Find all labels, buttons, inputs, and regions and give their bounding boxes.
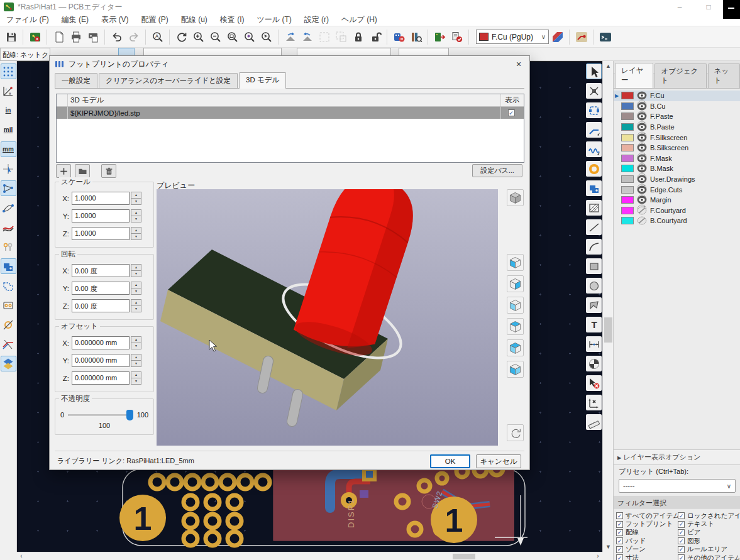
offset-input[interactable]: 0.000000 mm: [72, 336, 130, 349]
spinner-buttons[interactable]: ▲▼: [131, 354, 141, 367]
spinner-buttons[interactable]: ▲▼: [131, 282, 141, 295]
draw-polygon-tool-button[interactable]: [586, 297, 602, 313]
save-button[interactable]: [3, 28, 19, 45]
scripting-console-button[interactable]: [597, 28, 614, 45]
measure-tool-button[interactable]: [586, 414, 602, 430]
view-back-button[interactable]: [507, 318, 524, 335]
page-settings-button[interactable]: [50, 28, 67, 45]
spinner-buttons[interactable]: ▲▼: [131, 264, 141, 277]
units-mils-button[interactable]: mil: [1, 122, 16, 138]
crosshair-cursor-button[interactable]: [1, 161, 16, 177]
appearance-tab[interactable]: ネット: [708, 63, 740, 88]
layer-select-dropdown[interactable]: F.Cu (PgUp) ∨: [476, 30, 549, 44]
zoom-selection-button[interactable]: [258, 28, 275, 45]
maximize-button[interactable]: □: [702, 3, 715, 11]
menu-item[interactable]: 表示 (V): [95, 13, 135, 26]
plot-button[interactable]: [84, 28, 101, 45]
layer-row[interactable]: ▶ Margin: [614, 195, 740, 206]
dialog-close-button[interactable]: ×: [513, 58, 524, 70]
zone-outline-display-button[interactable]: [1, 278, 16, 294]
draw-zone-tool-button[interactable]: [586, 180, 602, 196]
menu-item[interactable]: 検査 (I): [214, 13, 251, 26]
layer-visibility-eye-icon[interactable]: [637, 164, 647, 173]
undo-button[interactable]: [108, 28, 125, 45]
update-footprints-button[interactable]: [390, 28, 407, 45]
spinner-buttons[interactable]: ▲▼: [131, 192, 141, 205]
spinner-buttons[interactable]: ▲▼: [131, 227, 141, 240]
polar-coordinates-button[interactable]: rθ: [1, 83, 16, 99]
minimize-button[interactable]: –: [673, 3, 686, 11]
tracks-outline-display-button[interactable]: [1, 336, 16, 352]
layer-color-swatch[interactable]: [621, 175, 634, 183]
refresh-view-button[interactable]: [173, 28, 190, 45]
spinner-buttons[interactable]: ▲▼: [131, 336, 141, 349]
ungroup-button[interactable]: [333, 28, 350, 45]
rotation-input[interactable]: 0.00 度: [72, 282, 130, 295]
layer-presentation-button[interactable]: [549, 28, 566, 45]
view-top-button[interactable]: [507, 339, 524, 356]
net-pins-visibility-button[interactable]: [1, 239, 16, 255]
units-mm-button[interactable]: mm: [1, 141, 16, 157]
filter-checkbox[interactable]: ✓テキスト: [678, 520, 739, 528]
place-text-tool-button[interactable]: T: [586, 317, 602, 332]
delete-tool-button[interactable]: [586, 375, 602, 391]
vias-outline-display-button[interactable]: [1, 317, 16, 332]
draw-line-tool-button[interactable]: [586, 219, 602, 235]
layer-row[interactable]: ▶ B.Silkscreen: [614, 143, 740, 153]
layer-row[interactable]: ▶ F.Cu: [614, 91, 740, 101]
view-front-button[interactable]: [507, 254, 524, 271]
layer-color-swatch[interactable]: [621, 186, 634, 194]
menu-item[interactable]: ヘルプ (H): [335, 13, 384, 26]
canvas-vertical-scrollbar[interactable]: ▲ ▼: [602, 61, 613, 552]
rotate-ccw-button[interactable]: [282, 28, 299, 45]
find-button[interactable]: A: [149, 28, 166, 45]
menu-item[interactable]: ファイル (F): [0, 13, 55, 26]
view-bottom-button[interactable]: [507, 361, 524, 378]
dimension-tool-button[interactable]: [586, 336, 602, 352]
ok-button[interactable]: OK: [430, 454, 470, 468]
layer-visibility-eye-icon[interactable]: [637, 123, 647, 131]
units-inches-button[interactable]: in: [1, 102, 16, 118]
rotate-cw-button[interactable]: [299, 28, 316, 45]
scale-input[interactable]: 1.0000: [72, 192, 130, 205]
layer-visibility-eye-icon[interactable]: [637, 216, 647, 225]
layer-visibility-eye-icon[interactable]: [637, 185, 647, 194]
library-browser-button[interactable]: [407, 28, 424, 45]
layer-visibility-eye-icon[interactable]: [637, 102, 647, 111]
place-via-tool-button[interactable]: [586, 161, 602, 177]
scroll-left-arrow[interactable]: ‹: [17, 552, 26, 560]
vertical-scroll-thumb[interactable]: [604, 317, 612, 343]
rule-area-tool-button[interactable]: [586, 200, 602, 216]
drc-button[interactable]: [448, 28, 465, 45]
zoom-out-button[interactable]: [207, 28, 224, 45]
zone-fill-display-button[interactable]: [1, 258, 16, 274]
menu-item[interactable]: 配線 (u): [175, 13, 214, 26]
offset-input[interactable]: 0.000000 mm: [72, 354, 130, 367]
filter-checkbox[interactable]: ✓ビア: [678, 529, 739, 537]
group-button[interactable]: [316, 28, 333, 45]
layer-row[interactable]: ▶ B.Paste: [614, 122, 740, 133]
3d-preview[interactable]: [157, 189, 498, 446]
filter-checkbox[interactable]: ✓寸法: [616, 554, 678, 560]
canvas-horizontal-scrollbar[interactable]: ‹ ›: [17, 552, 602, 560]
add-model-button[interactable]: [56, 164, 71, 178]
menu-item[interactable]: 編集 (E): [55, 13, 95, 26]
dialog-tab[interactable]: 3D モデル: [239, 72, 286, 89]
redo-button[interactable]: [125, 28, 142, 45]
delete-model-button[interactable]: [101, 164, 116, 178]
horizontal-scroll-thumb[interactable]: [453, 554, 475, 559]
layer-color-swatch[interactable]: [621, 144, 634, 151]
layer-color-swatch[interactable]: [621, 155, 634, 162]
layer-color-swatch[interactable]: [621, 207, 634, 214]
layer-row[interactable]: ▶ F.Paste: [614, 111, 740, 122]
layer-color-swatch[interactable]: [621, 217, 634, 224]
layer-row[interactable]: ▶ F.Mask: [614, 153, 740, 164]
menu-item[interactable]: 設定 (r): [298, 13, 335, 26]
unlock-button[interactable]: [367, 28, 384, 45]
layer-color-swatch[interactable]: [621, 92, 634, 99]
layer-visibility-eye-icon[interactable]: [637, 154, 647, 163]
zoom-objects-button[interactable]: [241, 28, 258, 45]
highlight-connection-tool-button[interactable]: [586, 83, 602, 99]
layer-dim-mode-button[interactable]: [1, 356, 16, 371]
draw-rectangle-tool-button[interactable]: [586, 258, 602, 274]
